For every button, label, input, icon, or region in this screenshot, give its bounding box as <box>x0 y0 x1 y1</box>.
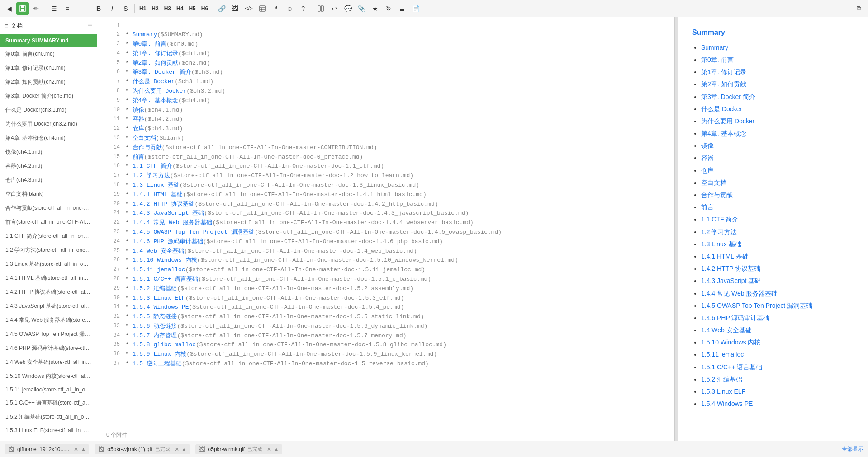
preview-link[interactable]: 1.1 CTF 简介 <box>701 216 738 223</box>
help-button[interactable]: ? <box>297 2 309 15</box>
editor-link[interactable]: 1.4.3 JavaScript 基础 <box>133 210 204 217</box>
preview-link[interactable]: 1.5.11 jemalloc <box>701 351 744 358</box>
list-ul-button[interactable]: ☰ <box>47 2 60 15</box>
preview-link[interactable]: 1.4 Web 安全基础 <box>701 326 752 334</box>
line-text[interactable]: * 1.5 逆向工程基础($store-ctf_all_in_one-CTF-A… <box>125 359 665 369</box>
editor-link[interactable]: 容器 <box>133 116 144 122</box>
line-text[interactable]: * 1.4 Web 安全基础($store-ctf_all_in_one-CTF… <box>125 247 665 256</box>
editor-link[interactable]: 1.4.2 HTTP 协议基础 <box>133 201 195 207</box>
sidebar-item[interactable]: 1.4.4 常见 Web 服务器基础(store-ctf_all_ir <box>0 313 97 327</box>
sidebar-item[interactable]: 1.4.1 HTML 基础(store-ctf_all_in_one-CTF-A… <box>0 271 97 285</box>
expand-button[interactable]: ⧉ <box>853 2 865 15</box>
line-text[interactable]: * Summary($SUMMARY.md) <box>125 30 665 40</box>
editor-link[interactable]: 什么是 Docker <box>133 78 175 85</box>
link-button[interactable]: 🔗 <box>215 2 228 15</box>
sidebar-item[interactable]: 什么是 Docker(ch3.1.md) <box>0 103 97 117</box>
preview-link[interactable]: 合作与贡献 <box>701 191 733 198</box>
sidebar-item[interactable]: 合作与贡献(store-ctf_all_in_one-CTF-AII-In-C <box>0 201 97 215</box>
preview-link[interactable]: 1.4.3 JavaScript 基础 <box>701 277 761 284</box>
blockquote-button[interactable]: ❝ <box>270 2 282 15</box>
bottom-file-item[interactable]: 🖼gifhome_1912x10......✕▲ <box>5 444 89 454</box>
undo-button[interactable]: ↩ <box>328 2 341 15</box>
preview-link[interactable]: 1.4.1 HTML 基础 <box>701 253 749 260</box>
line-text[interactable]: * 1.4.6 PHP 源码审计基础($store-ctf_all_in_one… <box>125 237 665 247</box>
line-text[interactable]: * 前言($store-ctf_all_in_one-CTF-All-In-On… <box>125 153 665 162</box>
image-button[interactable]: 🖼 <box>229 2 242 15</box>
editor-link[interactable]: 1.4.1 HTML 基础 <box>133 191 183 198</box>
sidebar-item[interactable]: 第2章. 如何贡献(ch2.md) <box>0 75 97 89</box>
add-document-button[interactable]: + <box>87 21 92 30</box>
editor-link[interactable]: 合作与贡献 <box>133 144 162 151</box>
line-text[interactable]: * 1.5.5 静态链接($store-ctf_all_in_one-CTF-A… <box>125 312 665 322</box>
sidebar-item[interactable]: 空白文档(blank) <box>0 187 97 201</box>
preview-link[interactable]: 第4章. 基本概念 <box>701 130 746 137</box>
line-text[interactable]: * 为什么要用 Docker($ch3.2.md) <box>125 87 665 96</box>
sidebar-item[interactable]: 1.5.1 C/C++ 语言基础(store-ctf_all_in_one- <box>0 396 97 410</box>
table-button[interactable] <box>256 2 269 15</box>
editor-link[interactable]: 1.5 逆向工程基础 <box>133 360 182 367</box>
format-button[interactable]: ≣ <box>396 2 408 15</box>
editor-link[interactable]: 第2章. 如何贡献 <box>133 60 178 66</box>
editor-link[interactable]: 1.5.2 汇编基础 <box>133 285 177 292</box>
line-text[interactable]: * 1.5.7 内存管理($store-ctf_all_in_one-CTF-A… <box>125 331 665 341</box>
preview-link[interactable]: 1.5.2 汇编基础 <box>701 376 742 383</box>
preview-link[interactable]: 1.4.6 PHP 源码审计基础 <box>701 314 769 321</box>
h2-button[interactable]: H2 <box>149 5 161 13</box>
editor-link[interactable]: 1.5.6 动态链接 <box>133 323 177 330</box>
editor-link[interactable]: 1.5.7 内存管理 <box>133 332 177 339</box>
preview-link[interactable]: 1.5.4 Windows PE <box>701 400 753 407</box>
special-button[interactable]: ★ <box>369 2 381 15</box>
attachment-button[interactable]: 📎 <box>355 2 368 15</box>
preview-link[interactable]: 1.3 Linux 基础 <box>701 240 741 248</box>
editor-link[interactable]: 1.4.4 常见 Web 服务器基础 <box>133 219 213 226</box>
line-text[interactable]: * 容器($ch4.2.md) <box>125 115 665 124</box>
line-text[interactable]: * 1.5.2 汇编基础($store-ctf_all_in_one-CTF-A… <box>125 284 665 294</box>
editor-link[interactable]: 1.4.5 OWASP Top Ten Project 漏洞基础 <box>133 229 255 236</box>
preview-link[interactable]: 1.5.1 C/C++ 语言基础 <box>701 363 762 371</box>
preview-link[interactable]: Summary <box>701 44 728 51</box>
editor-link[interactable]: 1.5.4 Windows PE <box>133 304 189 311</box>
line-text[interactable]: * 1.4.5 OWASP Top Ten Project 漏洞基础($stor… <box>125 228 665 237</box>
h4-button[interactable]: H4 <box>174 5 185 13</box>
line-text[interactable]: * 1.5.4 Windows PE($store-ctf_all_in_one… <box>125 303 665 312</box>
bottom-file-item[interactable]: 🖼o5pkr-wjrmk (1).gif已完成✕▲ <box>95 444 190 454</box>
refresh-button[interactable]: ↻ <box>382 2 395 15</box>
sidebar-item[interactable]: 前言(store-ctf_all_in_one-CTF-AII-In-One-m… <box>0 215 97 229</box>
line-text[interactable]: * 1.5.6 动态链接($store-ctf_all_in_one-CTF-A… <box>125 322 665 331</box>
h3-button[interactable]: H3 <box>162 5 173 13</box>
preview-link[interactable]: 容器 <box>701 154 714 161</box>
editor-link[interactable]: 镜像 <box>133 107 144 113</box>
preview-link[interactable]: 前言 <box>701 203 714 211</box>
line-text[interactable]: * 第2章. 如何贡献($ch2.md) <box>125 59 665 68</box>
editor-link[interactable]: Summary <box>133 31 157 38</box>
save-button[interactable] <box>16 2 29 15</box>
preview-link[interactable]: 1.4.2 HTTP 协议基础 <box>701 265 760 272</box>
line-text[interactable]: * 仓库($ch4.3.md) <box>125 124 665 134</box>
line-text[interactable]: * 1.2 学习方法($store-ctf_all_in_one-CTF-All… <box>125 171 665 181</box>
editor-link[interactable]: 为什么要用 Docker <box>133 88 187 94</box>
list-ol-button[interactable]: ≡ <box>61 2 74 15</box>
sidebar-item[interactable]: 第1章. 修订记录(ch1.md) <box>0 61 97 75</box>
h5-button[interactable]: H5 <box>186 5 198 13</box>
sidebar-item[interactable]: 1.3 Linux 基础(store-ctf_all_in_one-CTF-AI… <box>0 257 97 271</box>
editor-link[interactable]: 1.5.3 Linux ELF <box>133 295 185 302</box>
editor-link[interactable]: 前言 <box>133 154 144 160</box>
line-text[interactable]: * 1.3 Linux 基础($store-ctf_all_in_one-CTF… <box>125 181 665 190</box>
h6-button[interactable]: H6 <box>199 5 210 13</box>
file-close-button[interactable]: ✕ <box>267 446 271 452</box>
line-text[interactable]: * 1.5.8 glibc malloc($store-ctf_all_in_o… <box>125 340 665 350</box>
sidebar-item[interactable]: 1.5.11 jemalloc(store-ctf_all_in_one-CTF… <box>0 383 97 396</box>
sidebar-item[interactable]: 仓库(ch4.3.md) <box>0 173 97 187</box>
editor-link[interactable]: 空白文档 <box>133 135 156 141</box>
editor-link[interactable]: 第0章. 前言 <box>133 41 166 47</box>
sidebar-item[interactable]: 第4章. 基本概念(ch4.md) <box>0 131 97 145</box>
preview-link[interactable]: 1.2 学习方法 <box>701 228 737 236</box>
preview-link[interactable]: 空白文档 <box>701 179 726 186</box>
line-text[interactable]: * 1.5.10 Windows 内核($store-ctf_all_in_on… <box>125 256 665 265</box>
sidebar-item[interactable]: 1.4.2 HTTP 协议基础(store-ctf_all_in_one-CTF… <box>0 285 97 299</box>
line-text[interactable]: * 空白文档($blank) <box>125 134 665 143</box>
line-text[interactable]: * 镜像($ch4.1.md) <box>125 106 665 115</box>
strike-button[interactable]: S <box>119 2 132 15</box>
sidebar-item[interactable]: 第3章. Docker 简介(ch3.md) <box>0 89 97 103</box>
line-text[interactable]: * 1.1 CTF 简介($store-ctf_all_in_one-CTF-A… <box>125 162 665 171</box>
